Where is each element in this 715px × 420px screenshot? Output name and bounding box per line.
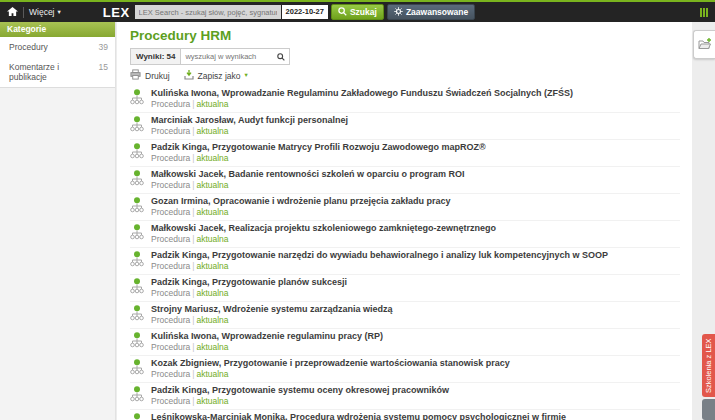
global-search-input[interactable] xyxy=(135,5,281,19)
meta-separator: | xyxy=(192,396,194,406)
results-panel: Procedury HRM Wyniki: 54 Drukuj Zapisz j… xyxy=(117,22,692,420)
search-button-label: Szukaj xyxy=(350,7,377,17)
result-meta: Procedura|aktualna xyxy=(151,369,510,379)
result-title-link[interactable]: Małkowski Jacek, Badanie rentowności szk… xyxy=(151,169,465,179)
category-label: Komentarze i publikacje xyxy=(9,62,99,82)
procedure-tree-icon xyxy=(130,169,144,191)
procedure-tree-icon xyxy=(130,223,144,245)
result-title-link[interactable]: Padzik Kinga, Przygotowanie planów sukce… xyxy=(151,277,347,287)
result-item: Padzik Kinga, Przygotowanie Matrycy Prof… xyxy=(130,140,680,167)
result-type: Procedura xyxy=(151,261,190,271)
meta-separator: | xyxy=(192,261,194,271)
result-title-link[interactable]: Kulińska Iwona, Wprowadzanie Regulaminu … xyxy=(151,88,573,98)
page-title: Procedury HRM xyxy=(130,28,680,43)
sidebar-category-item[interactable]: Procedury 39 xyxy=(0,37,115,57)
search-icon xyxy=(338,7,347,18)
trainings-tab[interactable]: Szkolenia z LEX xyxy=(702,334,715,397)
result-type: Procedura xyxy=(151,288,190,298)
result-title-link[interactable]: Leśnikowska-Marciniak Monika, Procedura … xyxy=(151,412,566,420)
result-item-body: Małkowski Jacek, Realizacja projektu szk… xyxy=(151,223,496,245)
result-title-link[interactable]: Padzik Kinga, Przygotowanie narzędzi do … xyxy=(151,250,608,260)
result-title-link[interactable]: Padzik Kinga, Przygotowanie Matrycy Prof… xyxy=(151,142,486,152)
search-date-field[interactable]: 2022-10-27 xyxy=(282,5,328,19)
result-type: Procedura xyxy=(151,315,190,325)
save-to-folder-flyout[interactable] xyxy=(693,30,715,59)
result-item-body: Gozan Irmina, Opracowanie i wdrożenie pl… xyxy=(151,196,451,218)
result-type: Procedura xyxy=(151,396,190,406)
status-badge: aktualna xyxy=(196,315,228,325)
sidebar-items: Procedury 39 Komentarze i publikacje 15 xyxy=(0,37,115,88)
result-item: Małkowski Jacek, Badanie rentowności szk… xyxy=(130,167,680,194)
result-item: Kozak Zbigniew, Przygotowanie i przeprow… xyxy=(130,356,680,383)
status-badge: aktualna xyxy=(196,396,228,406)
result-meta: Procedura|aktualna xyxy=(151,261,608,271)
result-item: Kulińska Iwona, Wprowadzenie regulaminu … xyxy=(130,329,680,356)
print-button-label: Drukuj xyxy=(145,71,170,81)
status-badge: aktualna xyxy=(196,99,228,109)
result-item-body: Kozak Zbigniew, Przygotowanie i przeprow… xyxy=(151,358,510,380)
result-type: Procedura xyxy=(151,342,190,352)
meta-separator: | xyxy=(192,99,194,109)
status-badge: aktualna xyxy=(196,234,228,244)
search-button[interactable]: Szukaj xyxy=(331,4,384,20)
advanced-search-button[interactable]: Zaawansowane xyxy=(387,4,475,20)
save-as-button[interactable]: Zapisz jako ▾ xyxy=(184,70,248,82)
advanced-button-label: Zaawansowane xyxy=(406,7,468,17)
result-item-body: Padzik Kinga, Przygotowanie Matrycy Prof… xyxy=(151,142,486,164)
result-meta: Procedura|aktualna xyxy=(151,396,449,406)
result-item: Strojny Mariusz, Wdrożenie systemu zarzą… xyxy=(130,302,680,329)
result-title-link[interactable]: Padzik Kinga, Przygotowanie systemu ocen… xyxy=(151,385,449,395)
meta-separator: | xyxy=(192,369,194,379)
procedure-tree-icon xyxy=(130,358,144,380)
result-type: Procedura xyxy=(151,153,190,163)
home-button[interactable] xyxy=(7,5,18,20)
print-button[interactable]: Drukuj xyxy=(130,69,170,82)
results-list: Kulińska Iwona, Wprowadzanie Regulaminu … xyxy=(130,86,680,420)
apps-grid-icon[interactable] xyxy=(700,8,708,17)
result-item: Gozan Irmina, Opracowanie i wdrożenie pl… xyxy=(130,194,680,221)
result-title-link[interactable]: Marciniak Jarosław, Audyt funkcji person… xyxy=(151,115,348,125)
filter-results-input[interactable] xyxy=(181,49,273,64)
result-type: Procedura xyxy=(151,369,190,379)
status-badge: aktualna xyxy=(196,288,228,298)
result-type: Procedura xyxy=(151,180,190,190)
result-title-link[interactable]: Małkowski Jacek, Realizacja projektu szk… xyxy=(151,223,496,233)
gear-icon xyxy=(394,7,403,18)
procedure-tree-icon xyxy=(130,115,144,137)
filter-search-button[interactable] xyxy=(273,49,289,64)
side-tab-partial[interactable] xyxy=(702,399,715,420)
result-item-body: Kulińska Iwona, Wprowadzenie regulaminu … xyxy=(151,331,383,353)
chevron-down-icon: ▾ xyxy=(245,72,248,79)
result-type: Procedura xyxy=(151,99,190,109)
list-toolbar: Drukuj Zapisz jako ▾ xyxy=(130,69,680,82)
lex-logo[interactable]: LEX xyxy=(103,5,130,20)
result-type: Procedura xyxy=(151,126,190,136)
result-meta: Procedura|aktualna xyxy=(151,99,573,109)
chevron-down-icon: ▾ xyxy=(58,9,61,16)
folder-plus-icon xyxy=(698,36,712,54)
result-title-link[interactable]: Kulińska Iwona, Wprowadzenie regulaminu … xyxy=(151,331,383,341)
topbar: Więcej ▾ LEX 2022-10-27 Szukaj Zaawansow… xyxy=(0,2,715,22)
result-title-link[interactable]: Strojny Mariusz, Wdrożenie systemu zarzą… xyxy=(151,304,393,314)
result-item: Padzik Kinga, Przygotowanie systemu ocen… xyxy=(130,383,680,410)
sidebar-category-item[interactable]: Komentarze i publikacje 15 xyxy=(0,57,115,87)
result-title-link[interactable]: Kozak Zbigniew, Przygotowanie i przeprow… xyxy=(151,358,510,368)
result-item: Kulińska Iwona, Wprowadzanie Regulaminu … xyxy=(130,86,680,113)
result-item-body: Padzik Kinga, Przygotowanie planów sukce… xyxy=(151,277,347,299)
result-item: Padzik Kinga, Przygotowanie narzędzi do … xyxy=(130,248,680,275)
result-type: Procedura xyxy=(151,207,190,217)
procedure-tree-icon xyxy=(130,331,144,353)
topbar-divider xyxy=(23,7,24,18)
more-menu-button[interactable]: Więcej ▾ xyxy=(29,7,61,17)
categories-sidebar: Kategorie Procedury 39 Komentarze i publ… xyxy=(0,22,116,420)
meta-separator: | xyxy=(192,342,194,352)
meta-separator: | xyxy=(192,288,194,298)
result-meta: Procedura|aktualna xyxy=(151,342,383,352)
results-row: Wyniki: 54 xyxy=(130,48,680,65)
status-badge: aktualna xyxy=(196,261,228,271)
category-count: 15 xyxy=(99,62,108,82)
result-item: Padzik Kinga, Przygotowanie planów sukce… xyxy=(130,275,680,302)
more-menu-label: Więcej xyxy=(29,7,55,17)
result-title-link[interactable]: Gozan Irmina, Opracowanie i wdrożenie pl… xyxy=(151,196,451,206)
result-item: Małkowski Jacek, Realizacja projektu szk… xyxy=(130,221,680,248)
